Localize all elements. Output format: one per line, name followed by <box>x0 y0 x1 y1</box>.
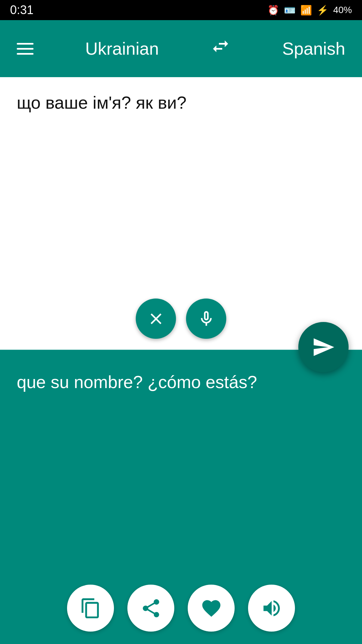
clear-button[interactable] <box>136 299 176 339</box>
input-section: що ваше ім'я? як ви? <box>0 77 362 349</box>
copy-button[interactable] <box>67 585 114 632</box>
status-bar: 0:31 ⏰ 🪪 📶 ⚡ 40% <box>0 0 362 20</box>
status-icons: ⏰ 🪪 📶 ⚡ 40% <box>267 5 352 16</box>
status-time: 0:31 <box>10 3 34 17</box>
microphone-button[interactable] <box>186 299 226 339</box>
source-language[interactable]: Ukrainian <box>85 39 159 59</box>
translated-text: que su nombre? ¿cómo estás? <box>17 370 345 394</box>
battery-level: 40% <box>333 5 352 15</box>
input-actions <box>136 299 226 339</box>
send-button[interactable] <box>298 322 349 372</box>
charging-icon: ⚡ <box>317 5 328 16</box>
source-text[interactable]: що ваше ім'я? як ви? <box>17 91 345 115</box>
output-section: que su nombre? ¿cómo estás? <box>0 350 362 644</box>
toolbar: Ukrainian Spanish <box>0 20 362 77</box>
signal-icon: 📶 <box>300 5 312 16</box>
menu-button[interactable] <box>17 43 34 55</box>
sim-icon: 🪪 <box>284 5 296 16</box>
favorite-button[interactable] <box>188 585 235 632</box>
target-language[interactable]: Spanish <box>282 39 345 59</box>
speak-button[interactable] <box>248 585 295 632</box>
share-button[interactable] <box>127 585 174 632</box>
swap-languages-button[interactable] <box>210 36 231 61</box>
alarm-icon: ⏰ <box>267 5 279 16</box>
output-actions <box>67 585 295 632</box>
